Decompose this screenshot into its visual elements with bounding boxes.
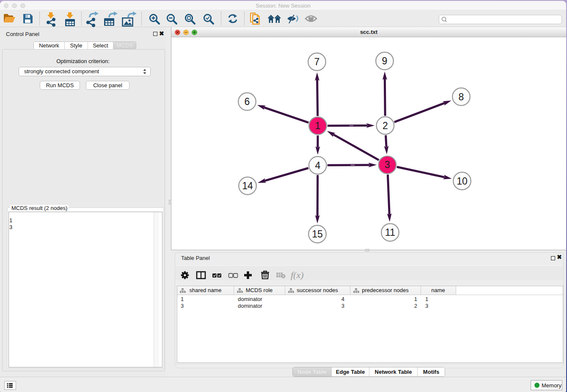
svg-text:11: 11 (385, 227, 395, 238)
svg-text:8: 8 (459, 91, 464, 102)
svg-text:6: 6 (245, 96, 250, 107)
svg-text:2: 2 (383, 120, 388, 131)
svg-text:4: 4 (315, 160, 320, 171)
svg-text:f(x): f(x) (291, 270, 304, 280)
svg-text:3: 3 (385, 159, 390, 170)
svg-text:15: 15 (312, 229, 323, 240)
svg-text:10: 10 (457, 176, 468, 187)
svg-text:1: 1 (315, 120, 321, 131)
svg-text:7: 7 (314, 56, 320, 67)
svg-text:14: 14 (242, 180, 253, 191)
svg-text:9: 9 (382, 55, 388, 66)
